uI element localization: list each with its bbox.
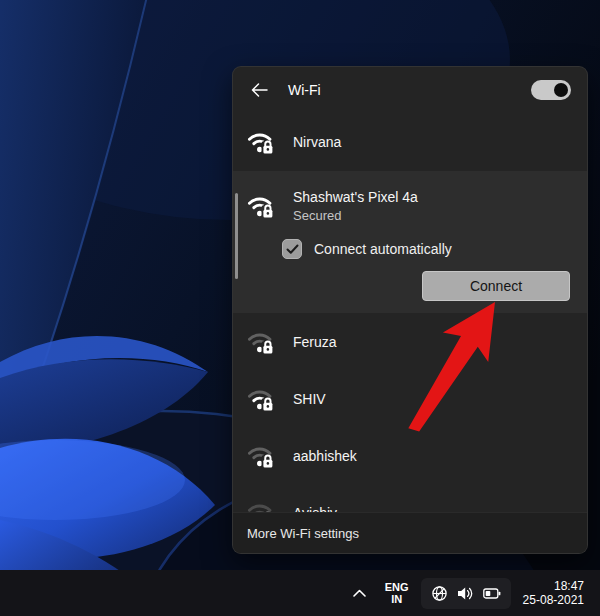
back-arrow-icon — [251, 83, 268, 97]
desktop: Wi-Fi Nirvana — [0, 0, 600, 616]
scrollbar-thumb[interactable] — [235, 193, 238, 279]
wifi-network-row-aabhishek[interactable]: aabhishek — [233, 427, 587, 484]
connect-button-row: Connect — [233, 259, 587, 301]
flyout-title: Wi-Fi — [288, 82, 531, 98]
language-indicator[interactable]: ENG IN — [385, 581, 409, 605]
network-name: Feruza — [293, 334, 337, 350]
footer-label: More Wi-Fi settings — [247, 526, 359, 541]
wifi-signal-lock-icon — [247, 191, 277, 221]
more-wifi-settings-link[interactable]: More Wi-Fi settings — [233, 512, 587, 553]
clock[interactable]: 18:47 25-08-2021 — [523, 579, 584, 607]
wifi-network-row-shashwat[interactable]: Shashwat's Pixel 4a Secured — [233, 181, 587, 231]
taskbar: ENG IN 18:47 25-08-2021 — [0, 570, 600, 616]
chevron-up-icon — [353, 589, 366, 597]
battery-icon — [483, 585, 501, 602]
back-button[interactable] — [249, 81, 270, 99]
wifi-flyout: Wi-Fi Nirvana — [232, 66, 588, 554]
language-line2: IN — [385, 593, 409, 605]
wifi-network-row-nirvana[interactable]: Nirvana — [233, 113, 587, 171]
wifi-toggle[interactable] — [531, 80, 571, 100]
clock-date: 25-08-2021 — [523, 593, 584, 607]
clock-time: 18:47 — [523, 579, 584, 593]
wifi-signal-lock-icon — [247, 384, 277, 414]
wifi-network-row-feruza[interactable]: Feruza — [233, 313, 587, 370]
tray-overflow-button[interactable] — [347, 579, 373, 607]
network-name: SHIV — [293, 391, 326, 407]
wifi-network-list: Nirvana Shashwat's Pixel 4a — [233, 113, 587, 517]
wifi-network-row-shiv[interactable]: SHIV — [233, 370, 587, 427]
language-line1: ENG — [385, 581, 409, 593]
checkmark-icon — [286, 244, 299, 255]
checkbox-label: Connect automatically — [314, 241, 452, 257]
wifi-signal-lock-icon — [247, 441, 277, 471]
network-name: Nirvana — [293, 134, 341, 150]
network-name: Shashwat's Pixel 4a — [293, 189, 418, 205]
network-security-status: Secured — [293, 208, 418, 223]
flyout-header: Wi-Fi — [233, 67, 587, 113]
network-globe-icon — [431, 585, 448, 602]
wifi-signal-lock-icon — [247, 327, 277, 357]
volume-icon — [457, 585, 474, 602]
network-name: aabhishek — [293, 448, 357, 464]
wifi-network-expanded-shashwat[interactable]: Shashwat's Pixel 4a Secured Connect auto… — [233, 171, 587, 313]
quick-settings-button[interactable] — [421, 578, 511, 609]
wifi-signal-lock-icon — [247, 127, 277, 157]
connect-automatically-checkbox[interactable]: Connect automatically — [282, 239, 587, 259]
checkbox[interactable] — [282, 239, 302, 259]
wifi-toggle-knob — [554, 83, 568, 97]
connect-button[interactable]: Connect — [422, 271, 570, 301]
